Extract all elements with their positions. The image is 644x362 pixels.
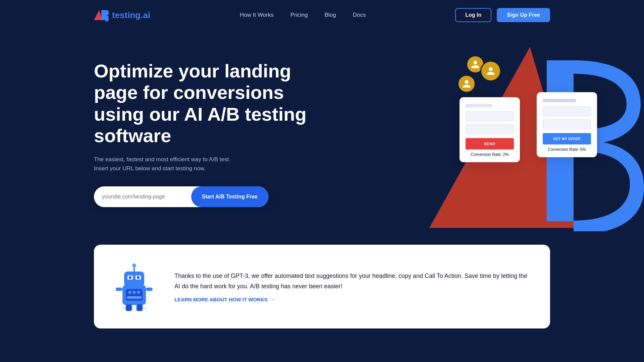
- card-a-field-1: [466, 111, 514, 121]
- learn-more-label: LEARN MORE ABOUT HOW IT WORKS: [174, 297, 268, 302]
- card-a-button[interactable]: SEND: [466, 138, 514, 149]
- svg-point-7: [128, 291, 131, 294]
- svg-rect-20: [126, 304, 132, 311]
- card-b-field-1: [543, 106, 591, 116]
- card-a-title-bar: [466, 104, 492, 107]
- svg-point-9: [137, 291, 140, 294]
- card-b-conversion: Conversion Rate: 5%: [543, 147, 591, 152]
- card-b-title-bar: [543, 99, 576, 102]
- svg-point-15: [137, 276, 140, 279]
- nav-pricing[interactable]: Pricing: [290, 12, 308, 18]
- card-b-button[interactable]: GET MY OFFER: [543, 133, 591, 144]
- info-card: Thanks to the use of GPT-3, we offer aut…: [94, 245, 550, 328]
- svg-rect-19: [146, 288, 153, 291]
- svg-marker-0: [94, 10, 102, 20]
- learn-more-arrow: →: [270, 297, 275, 302]
- logo-icon: [94, 9, 109, 21]
- nav-actions: Log In Sign Up Free: [455, 8, 550, 22]
- robot-icon: [114, 261, 154, 312]
- svg-rect-21: [137, 304, 143, 311]
- logo[interactable]: testing.ai: [94, 9, 150, 21]
- info-description: Thanks to the use of GPT-3, we offer aut…: [174, 271, 530, 291]
- nav-how-it-works[interactable]: How It Works: [240, 12, 274, 18]
- hero-content: Optimize your landing page for conversio…: [94, 50, 322, 207]
- hero-section: Optimize your landing page for conversio…: [0, 30, 644, 231]
- start-testing-button[interactable]: Start A/B Testing Free: [191, 186, 268, 207]
- user-bubble-3: [458, 75, 476, 93]
- card-a-conversion: Conversion Rate: 2%: [466, 152, 514, 157]
- card-b-field-2: [543, 119, 591, 129]
- svg-point-8: [133, 291, 136, 294]
- hero-title: Optimize your landing page for conversio…: [94, 60, 322, 147]
- signup-button[interactable]: Sign Up Free: [497, 8, 550, 22]
- logo-text: testing.ai: [112, 10, 150, 20]
- nav-links: How It Works Pricing Blog Docs: [240, 12, 366, 18]
- user-bubble-2: [480, 61, 501, 81]
- nav-docs[interactable]: Docs: [353, 12, 366, 18]
- svg-rect-6: [126, 289, 143, 301]
- url-input[interactable]: [94, 194, 191, 200]
- svg-point-17: [132, 263, 136, 267]
- svg-point-4: [121, 306, 148, 311]
- logo-text-accent: .ai: [141, 10, 150, 20]
- learn-more-link[interactable]: LEARN MORE ABOUT HOW IT WORKS →: [174, 297, 530, 302]
- card-a-field-2: [466, 124, 514, 134]
- bottom-section: Thanks to the use of GPT-3, we offer aut…: [0, 231, 644, 328]
- card-b: GET MY OFFER Conversion Rate: 5%: [537, 92, 597, 157]
- nav-blog[interactable]: Blog: [325, 12, 336, 18]
- svg-point-14: [129, 276, 131, 279]
- hero-cta-form: Start A/B Testing Free: [94, 186, 268, 207]
- navbar: testing.ai How It Works Pricing Blog Doc…: [0, 0, 644, 30]
- info-card-text: Thanks to the use of GPT-3, we offer aut…: [174, 271, 530, 302]
- svg-rect-1: [101, 10, 105, 20]
- svg-rect-11: [124, 272, 144, 286]
- svg-rect-10: [127, 296, 142, 299]
- login-button[interactable]: Log In: [455, 8, 491, 22]
- logo-text-main: testing: [112, 10, 141, 20]
- card-a: SEND Conversion Rate: 2%: [460, 97, 520, 162]
- svg-rect-18: [116, 288, 122, 291]
- hero-subtitle: The easiest, fastest and most efficient …: [94, 155, 241, 173]
